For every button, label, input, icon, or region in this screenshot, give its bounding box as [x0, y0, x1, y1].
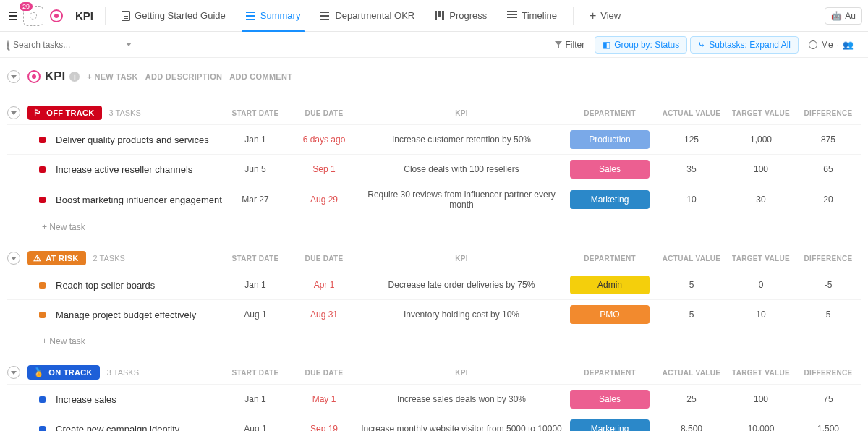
due-date-cell[interactable]: Aug 31 [288, 310, 360, 320]
target-value-cell[interactable]: 0 [726, 280, 796, 290]
kpi-cell[interactable]: Increase sales deals won by 30% [360, 394, 563, 404]
info-icon[interactable]: i [69, 72, 80, 82]
task-row[interactable]: Increase active reseller channels Jun 5 … [7, 154, 861, 184]
kpi-cell[interactable]: Inventory holding cost by 10% [360, 310, 563, 320]
target-value-cell[interactable]: 10,000 [726, 424, 796, 431]
task-row[interactable]: Reach top seller boards Jan 1 Apr 1 Decr… [7, 270, 861, 299]
target-value-cell[interactable]: 10 [726, 310, 796, 320]
department-cell[interactable]: Sales [563, 160, 657, 179]
difference-cell[interactable]: 75 [796, 394, 861, 404]
kpi-cell[interactable]: Increase customer retention by 50% [360, 135, 563, 145]
me-button[interactable]: Me · 👥 [801, 37, 861, 53]
start-date-cell[interactable]: Jun 5 [223, 164, 288, 174]
group-status-badge[interactable]: 🏳 OFF TRACK [27, 106, 102, 120]
department-cell[interactable]: Admin [563, 276, 657, 294]
department-cell[interactable]: Sales [563, 390, 657, 409]
subtasks-button[interactable]: ⤷ Subtasks: Expand All [690, 36, 799, 54]
status-square[interactable] [39, 137, 46, 143]
department-cell[interactable]: PMO [563, 305, 657, 324]
due-date-cell[interactable]: Apr 1 [288, 280, 360, 290]
task-name[interactable]: Boost marketing influencer engagement [56, 195, 223, 205]
kpi-cell[interactable]: Close deals with 100 resellers [360, 164, 563, 174]
start-date-cell[interactable]: Jan 1 [223, 394, 288, 404]
status-square[interactable] [39, 312, 46, 318]
start-date-cell[interactable]: Mar 27 [223, 195, 288, 205]
target-value-cell[interactable]: 100 [726, 394, 796, 404]
start-date-cell[interactable]: Aug 1 [223, 424, 288, 431]
actual-value-cell[interactable]: 8,500 [657, 424, 726, 431]
add-description-button[interactable]: ADD DESCRIPTION [145, 72, 223, 81]
task-name[interactable]: Reach top seller boards [56, 280, 223, 291]
start-date-cell[interactable]: Aug 1 [223, 310, 288, 320]
collapse-all-button[interactable] [7, 70, 20, 83]
filter-button[interactable]: Filter [548, 37, 592, 53]
task-name[interactable]: Manage project budget effectively [56, 310, 223, 320]
kpi-cell[interactable]: Require 30 reviews from influencer partn… [360, 189, 563, 210]
group-collapse-button[interactable] [7, 252, 20, 265]
task-name[interactable]: Increase active reseller channels [56, 164, 223, 175]
due-date-cell[interactable]: 6 days ago [288, 135, 360, 145]
target-value-cell[interactable]: 1,000 [726, 135, 796, 145]
chevron-down-icon[interactable] [126, 43, 132, 46]
task-name[interactable]: Deliver quality products and services [56, 135, 223, 145]
tab-departmental-okr[interactable]: Departmental OKR [310, 0, 425, 32]
difference-cell[interactable]: -5 [796, 280, 861, 290]
difference-cell[interactable]: 20 [796, 195, 861, 205]
due-date-cell[interactable]: Sep 1 [288, 164, 360, 174]
difference-cell[interactable]: 65 [796, 164, 861, 174]
tab-progress[interactable]: Progress [425, 0, 497, 32]
due-date-cell[interactable]: May 1 [288, 394, 360, 404]
difference-cell[interactable]: 875 [796, 135, 861, 145]
status-square[interactable] [39, 396, 46, 403]
group-status-badge[interactable]: 🏅 ON TRACK [27, 365, 100, 380]
task-name[interactable]: Create new campaign identity [56, 424, 223, 432]
start-date-cell[interactable]: Jan 1 [223, 280, 288, 290]
department-cell[interactable]: Marketing [563, 190, 657, 209]
target-value-cell[interactable]: 30 [726, 195, 796, 205]
difference-cell[interactable]: 5 [796, 310, 861, 320]
app-switcher-icon[interactable]: 29 [23, 6, 43, 26]
task-row[interactable]: Increase sales Jan 1 May 1 Increase sale… [7, 384, 861, 414]
task-count: 3 TASKS [109, 108, 141, 117]
menu-icon[interactable] [6, 12, 20, 20]
group-collapse-button[interactable] [7, 366, 20, 379]
people-icon[interactable]: 👥 [843, 40, 854, 50]
task-row[interactable]: Boost marketing influencer engagement Ma… [7, 184, 861, 215]
kpi-cell[interactable]: Decrease late order deliveries by 75% [360, 280, 563, 290]
tab-timeline[interactable]: Timeline [497, 0, 567, 32]
actual-value-cell[interactable]: 35 [657, 164, 726, 174]
actual-value-cell[interactable]: 25 [657, 394, 726, 404]
search-input[interactable] [13, 40, 122, 50]
status-square[interactable] [39, 197, 46, 203]
actual-value-cell[interactable]: 5 [657, 310, 726, 320]
actual-value-cell[interactable]: 10 [657, 195, 726, 205]
actual-value-cell[interactable]: 125 [657, 135, 726, 145]
difference-cell[interactable]: 1,500 [796, 424, 861, 431]
status-square[interactable] [39, 282, 46, 289]
task-row[interactable]: Manage project budget effectively Aug 1 … [7, 299, 861, 329]
start-date-cell[interactable]: Jan 1 [223, 135, 288, 145]
groupby-button[interactable]: ◧ Group by: Status [595, 36, 687, 54]
department-cell[interactable]: Marketing [563, 419, 657, 431]
target-value-cell[interactable]: 100 [726, 164, 796, 174]
add-view-button[interactable]: + View [579, 0, 631, 32]
status-square[interactable] [39, 166, 46, 173]
add-comment-button[interactable]: ADD COMMENT [229, 72, 292, 81]
department-cell[interactable]: Production [563, 130, 657, 149]
new-task-button[interactable]: New task [7, 329, 861, 351]
status-square[interactable] [39, 426, 46, 432]
tab-getting-started-guide[interactable]: Getting Started Guide [111, 0, 236, 32]
due-date-cell[interactable]: Sep 19 [288, 424, 360, 431]
task-row[interactable]: Create new campaign identity Aug 1 Sep 1… [7, 414, 861, 431]
tab-summary[interactable]: Summary [236, 0, 311, 32]
actual-value-cell[interactable]: 5 [657, 280, 726, 290]
new-task-button[interactable]: + NEW TASK [87, 72, 137, 81]
new-task-button[interactable]: New task [7, 215, 861, 236]
task-name[interactable]: Increase sales [56, 394, 223, 405]
group-collapse-button[interactable] [7, 106, 20, 119]
automation-button[interactable]: 🤖 Au [825, 7, 862, 25]
kpi-cell[interactable]: Increase monthly website visitor from 50… [360, 424, 563, 431]
group-status-badge[interactable]: ⚠ AT RISK [27, 251, 86, 265]
due-date-cell[interactable]: Aug 29 [288, 195, 360, 205]
task-row[interactable]: Deliver quality products and services Ja… [7, 124, 861, 154]
